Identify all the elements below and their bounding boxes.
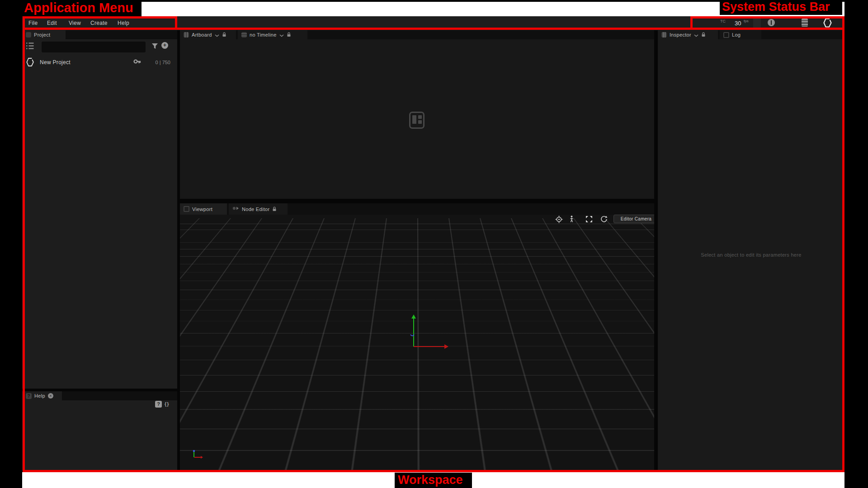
help-question-button[interactable]: ?: [155, 401, 162, 408]
menu-create[interactable]: Create: [90, 16, 108, 30]
editor-camera-button[interactable]: Editor Camera: [613, 215, 654, 223]
project-tab-icon: [26, 32, 31, 38]
viewport-ground-grid: [180, 218, 654, 470]
axis-y-arrowhead: [411, 314, 416, 319]
tab-log[interactable]: Log: [720, 30, 761, 39]
application-menu-annotation: Application Menu: [22, 0, 142, 16]
menu-edit[interactable]: Edit: [47, 16, 57, 30]
project-tab-row: Project: [22, 30, 177, 39]
viewport-panel: Viewport Node Editor: [180, 203, 654, 470]
menu-bar: File Edit View Create Help TC 30 fps: [22, 16, 844, 30]
inspector-lock-icon[interactable]: [701, 31, 706, 39]
key-icon[interactable]: [133, 58, 142, 68]
inspector-empty-placeholder: Select an object to edit its parameters …: [658, 252, 844, 258]
help-tab-row: ? Help ×: [22, 391, 177, 400]
filter-icon[interactable]: [151, 43, 158, 51]
fullscreen-expand-icon[interactable]: [585, 216, 593, 223]
help-panel: ? Help × ? {}: [22, 391, 177, 470]
viewport-3d-canvas[interactable]: Editor Camera: [180, 215, 654, 470]
system-status-bar-annotation: System Status Bar: [720, 0, 842, 15]
axis-x-red: [414, 346, 444, 347]
add-project-icon[interactable]: +: [161, 42, 168, 49]
inspector-tab-icon: [661, 32, 667, 38]
status-separator-block: [753, 19, 761, 28]
viewport-grid-container: [180, 215, 654, 470]
artboard-panel: Artboard no Timeline: [180, 30, 654, 199]
help-tab-icon: ?: [26, 393, 32, 399]
viewport-tab-row: Viewport Node Editor: [180, 203, 654, 215]
project-item-logo-icon: [26, 57, 34, 69]
tab-artboard[interactable]: Artboard: [180, 30, 236, 39]
timeline-lock-icon[interactable]: [287, 31, 291, 39]
workspace-annotation-text: Workspace: [398, 473, 463, 487]
tab-project[interactable]: Project: [22, 30, 66, 39]
mini-axis-z-blue: [193, 450, 195, 452]
project-item-counter: 0 | 750: [149, 60, 170, 65]
memory-log-icon[interactable]: [802, 19, 808, 27]
code-icon[interactable]: {}: [165, 401, 170, 407]
inspector-tab-row: Inspector Log: [658, 30, 844, 39]
inspector-chevron-down-icon[interactable]: [694, 31, 698, 39]
viewport-tab-icon: [184, 206, 189, 212]
first-person-icon[interactable]: [570, 216, 574, 223]
menu-file[interactable]: File: [28, 16, 38, 30]
artboard-layout-icon: [409, 112, 425, 129]
camera-target-icon[interactable]: [555, 216, 563, 223]
project-panel: Project + New Project 0 | 750: [22, 30, 177, 389]
tab-help[interactable]: ? Help ×: [22, 391, 62, 400]
tab-no-timeline[interactable]: no Timeline: [238, 30, 307, 39]
system-status-bar-annotation-text: System Status Bar: [722, 0, 830, 14]
node-editor-tab-icon: [232, 205, 239, 213]
axis-x-arrowhead: [444, 344, 448, 349]
refresh-icon[interactable]: [600, 216, 608, 223]
workspace-annotation: Workspace: [395, 473, 472, 488]
tab-node-editor[interactable]: Node Editor: [229, 203, 288, 215]
fps-unit: fps: [744, 19, 749, 23]
project-item-name: New Project: [40, 59, 71, 66]
project-list-item[interactable]: New Project 0 | 750: [22, 56, 177, 69]
timecode-label: TC: [720, 19, 726, 23]
timeline-chevron-down-icon[interactable]: [279, 31, 284, 39]
log-tab-icon: [723, 32, 729, 38]
cables-logo-icon[interactable]: [823, 18, 832, 30]
mini-axis-x-red: [194, 457, 201, 458]
artboard-chevron-down-icon[interactable]: [215, 31, 219, 39]
artboard-tab-icon: [184, 32, 189, 38]
project-list-icon[interactable]: [26, 42, 34, 52]
fps-value: 30: [735, 20, 741, 27]
artboard-lock-icon[interactable]: [222, 31, 226, 39]
project-search-input[interactable]: [42, 42, 146, 52]
timeline-tab-icon: [241, 32, 247, 38]
menu-help[interactable]: Help: [118, 16, 129, 30]
menu-view[interactable]: View: [69, 16, 81, 30]
application-menu-annotation-text: Application Menu: [24, 0, 133, 15]
tab-viewport[interactable]: Viewport: [180, 203, 227, 215]
activity-info-icon[interactable]: [768, 19, 775, 26]
inspector-panel: Inspector Log Select an object to edit i…: [658, 30, 844, 470]
tab-inspector[interactable]: Inspector: [658, 30, 718, 39]
right-black-strip: [844, 0, 868, 488]
axis-z-blue: [410, 331, 415, 339]
node-editor-lock-icon[interactable]: [272, 205, 277, 213]
help-close-icon[interactable]: ×: [48, 393, 53, 399]
artboard-tab-row: Artboard no Timeline: [180, 30, 654, 39]
mini-axis-x-arrowhead: [201, 456, 203, 459]
left-black-strip: [0, 0, 22, 488]
screenshot-canvas: Application Menu System Status Bar File …: [0, 0, 868, 488]
